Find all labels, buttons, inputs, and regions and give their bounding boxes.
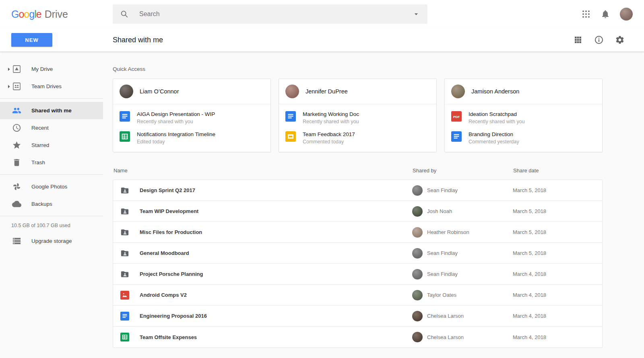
avatar bbox=[412, 269, 423, 279]
shared-by-name: Chelsea Larson bbox=[427, 313, 464, 319]
column-header-name[interactable]: Name bbox=[114, 168, 413, 174]
shared-by-name: Sean Findlay bbox=[427, 250, 458, 256]
sidebar-item-google-photos[interactable]: Google Photos bbox=[0, 178, 103, 195]
file-title: AIGA Design Presentation - WIP bbox=[137, 111, 215, 117]
quick-access-section: Quick Access Liam O’Connor AIGA Design P… bbox=[113, 66, 644, 152]
product-name: Drive bbox=[45, 8, 68, 20]
sidebar: My Drive Team Drives Shared with me Rece… bbox=[0, 52, 103, 358]
storage-icon bbox=[12, 236, 21, 246]
sidebar-item-trash[interactable]: Trash bbox=[0, 154, 103, 171]
share-date: March 4, 2018 bbox=[513, 292, 602, 298]
image-icon bbox=[120, 291, 129, 300]
google-drive-logo[interactable]: Google Drive bbox=[0, 8, 103, 20]
sidebar-item-team-drives[interactable]: Team Drives bbox=[0, 78, 103, 95]
card-files: AIGA Design Presentation - WIP Recently … bbox=[113, 104, 270, 152]
table-row[interactable]: Team WIP Development Josh Noah March 5, … bbox=[113, 201, 602, 222]
search-options-caret-icon[interactable] bbox=[412, 10, 420, 18]
search-bar[interactable] bbox=[113, 4, 427, 24]
expand-arrow-icon[interactable] bbox=[6, 66, 12, 72]
table-row[interactable]: Team Offsite Expenses Chelsea Larson Mar… bbox=[113, 327, 602, 348]
team-drives-icon bbox=[12, 82, 21, 91]
file-title: Notifications Integration Timeline bbox=[137, 131, 215, 137]
sidebar-item-recent[interactable]: Recent bbox=[0, 119, 103, 137]
topbar-actions bbox=[581, 8, 644, 21]
grid-view-icon[interactable] bbox=[573, 35, 583, 45]
share-date: March 5, 2018 bbox=[513, 250, 602, 256]
avatar bbox=[120, 85, 133, 98]
quick-access-card: Jamison Anderson Ideation Scratchpad Rec… bbox=[444, 79, 603, 152]
table-row[interactable]: Android Comps V2 Taylor Oates March 4, 2… bbox=[113, 285, 602, 306]
quick-access-file[interactable]: Notifications Integration Timeline Edite… bbox=[120, 131, 264, 145]
person-name: Jamison Anderson bbox=[471, 88, 519, 95]
sidebar-item-label: My Drive bbox=[31, 66, 53, 72]
avatar bbox=[412, 290, 423, 300]
file-table: Name Shared by Share date Design Sprint … bbox=[113, 168, 603, 348]
avatar bbox=[451, 85, 465, 98]
sidebar-item-my-drive[interactable]: My Drive bbox=[0, 60, 103, 78]
card-files: Marketing Working Doc Recently shared wi… bbox=[279, 104, 436, 152]
file-title: Branding Direction bbox=[469, 131, 519, 137]
shared-by-name: Sean Findlay bbox=[427, 271, 458, 277]
info-icon[interactable] bbox=[594, 35, 604, 45]
settings-gear-icon[interactable] bbox=[615, 35, 625, 45]
file-subtitle: Recently shared with you bbox=[137, 119, 215, 124]
table-row[interactable]: Design Sprint Q2 2017 Sean Findlay March… bbox=[113, 180, 602, 201]
sidebar-item-label: Starred bbox=[31, 142, 49, 148]
shared-by-name: Josh Noah bbox=[427, 208, 452, 214]
table-row[interactable]: Misc Files for Production Heather Robins… bbox=[113, 222, 602, 243]
cloud-icon bbox=[12, 199, 21, 209]
slides-icon bbox=[285, 131, 296, 142]
sidebar-item-label: Team Drives bbox=[31, 83, 62, 89]
docs-icon bbox=[451, 131, 462, 142]
search-icon bbox=[120, 10, 129, 19]
quick-access-file[interactable]: Ideation Scratchpad Recently shared with… bbox=[451, 111, 596, 124]
notifications-bell-icon[interactable] bbox=[601, 9, 610, 19]
pdf-icon bbox=[451, 111, 462, 122]
column-header-share-date[interactable]: Share date bbox=[513, 168, 603, 174]
shared-folder-icon bbox=[120, 270, 129, 279]
file-name: Team Offsite Expenses bbox=[140, 334, 197, 340]
avatar bbox=[412, 206, 423, 217]
sidebar-item-label: Recent bbox=[31, 125, 49, 131]
clock-icon bbox=[12, 123, 21, 132]
star-icon bbox=[12, 141, 21, 150]
file-subtitle: Recently shared with you bbox=[303, 119, 359, 124]
table-row[interactable]: General Moodboard Sean Findlay March 5, … bbox=[113, 243, 602, 264]
sidebar-item-label: Trash bbox=[31, 159, 45, 166]
share-date: March 4, 2018 bbox=[513, 334, 602, 340]
expand-arrow-icon[interactable] bbox=[6, 83, 12, 90]
quick-access-card: Liam O’Connor AIGA Design Presentation -… bbox=[113, 79, 271, 152]
shared-by-name: Chelsea Larson bbox=[427, 334, 464, 340]
file-name: Project Porsche Planning bbox=[140, 271, 203, 277]
top-bar: Google Drive bbox=[0, 0, 644, 28]
avatar bbox=[412, 185, 423, 196]
quick-access-file[interactable]: Team Feedback 2017 Commented today bbox=[285, 131, 430, 145]
quick-access-file[interactable]: AIGA Design Presentation - WIP Recently … bbox=[120, 111, 264, 124]
table-row[interactable]: Engineering Proposal 2016 Chelsea Larson… bbox=[113, 306, 602, 327]
sidebar-item-backups[interactable]: Backups bbox=[0, 195, 103, 213]
table-row[interactable]: Project Porsche Planning Sean Findlay Ma… bbox=[113, 264, 602, 285]
shared-folder-icon bbox=[120, 207, 129, 216]
file-name: Engineering Proposal 2016 bbox=[140, 313, 207, 319]
sidebar-item-upgrade-storage[interactable]: Upgrade storage bbox=[0, 232, 103, 250]
file-subtitle: Recently shared with you bbox=[469, 119, 525, 124]
sidebar-item-shared-with-me[interactable]: Shared with me bbox=[0, 102, 103, 119]
main-content: Quick Access Liam O’Connor AIGA Design P… bbox=[103, 52, 644, 358]
photos-icon bbox=[12, 182, 21, 191]
share-date: March 5, 2018 bbox=[513, 187, 602, 193]
avatar bbox=[412, 311, 423, 321]
google-logo: Google bbox=[11, 8, 41, 20]
file-subtitle: Commented today bbox=[303, 139, 355, 145]
new-button[interactable]: NEW bbox=[11, 33, 52, 47]
sidebar-item-starred[interactable]: Starred bbox=[0, 137, 103, 154]
quick-access-file[interactable]: Marketing Working Doc Recently shared wi… bbox=[285, 111, 430, 124]
file-title: Marketing Working Doc bbox=[303, 111, 359, 117]
column-header-shared-by[interactable]: Shared by bbox=[413, 168, 513, 174]
docs-icon bbox=[120, 111, 130, 122]
search-input[interactable] bbox=[139, 10, 412, 18]
apps-grid-icon[interactable] bbox=[581, 9, 591, 19]
user-avatar[interactable] bbox=[620, 8, 633, 21]
quick-access-cards: Liam O’Connor AIGA Design Presentation -… bbox=[113, 79, 603, 152]
quick-access-file[interactable]: Branding Direction Commented yesterday bbox=[451, 131, 596, 145]
file-name: Team WIP Development bbox=[140, 208, 198, 214]
